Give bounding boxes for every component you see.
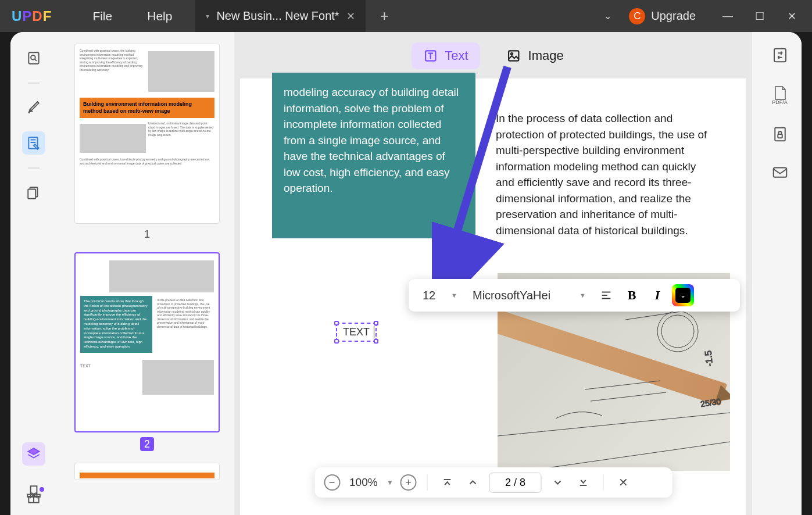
thumbnail-page-3[interactable] bbox=[74, 463, 220, 480]
bold-button[interactable]: B bbox=[621, 284, 643, 306]
svg-rect-11 bbox=[774, 49, 786, 62]
left-toolbar bbox=[10, 32, 57, 515]
bookmark-tool[interactable] bbox=[22, 480, 45, 503]
search-icon bbox=[26, 51, 41, 66]
svg-text:-1.5: -1.5 bbox=[703, 350, 714, 367]
svg-line-19 bbox=[527, 442, 730, 471]
edit-page-icon bbox=[26, 135, 41, 151]
prev-page-button[interactable] bbox=[464, 473, 482, 492]
chevron-down-icon: ▼ bbox=[451, 292, 457, 299]
close-nav-button[interactable]: ✕ bbox=[614, 473, 633, 492]
chevron-up-icon bbox=[467, 477, 479, 488]
teal-text-block[interactable]: modeling accuracy of building detail inf… bbox=[272, 73, 475, 238]
image-mode-icon bbox=[506, 48, 521, 63]
align-button[interactable] bbox=[595, 284, 617, 306]
edit-tool[interactable] bbox=[22, 131, 45, 155]
thumbnail-page-2[interactable]: The practical results show that through … bbox=[74, 252, 220, 432]
resize-handle-tl[interactable] bbox=[334, 321, 339, 326]
chevron-down-icon bbox=[552, 477, 564, 488]
titlebar-right: ⌄ C Upgrade — ☐ ✕ bbox=[604, 8, 812, 24]
page-organize-tool[interactable] bbox=[22, 181, 45, 205]
thumb-num-2: 2 bbox=[140, 437, 154, 451]
tab-title: New Busin... New Font* bbox=[216, 9, 339, 23]
bookmark-icon bbox=[26, 484, 41, 499]
app-menu: File Help bbox=[92, 9, 172, 23]
svg-rect-0 bbox=[28, 52, 38, 64]
thumb-1-title: Building environment information modelin… bbox=[80, 98, 214, 118]
svg-line-18 bbox=[498, 413, 730, 436]
svg-rect-13 bbox=[778, 134, 782, 138]
svg-rect-7 bbox=[28, 189, 35, 199]
close-button[interactable]: ✕ bbox=[786, 10, 797, 23]
app-logo: UPDF bbox=[12, 8, 52, 24]
zoom-out-button[interactable]: − bbox=[324, 474, 340, 491]
zoom-in-button[interactable]: + bbox=[400, 474, 417, 491]
maximize-button[interactable]: ☐ bbox=[754, 10, 766, 23]
next-page-button[interactable] bbox=[549, 473, 567, 492]
svg-point-1 bbox=[31, 55, 35, 60]
tab-close-icon[interactable]: ✕ bbox=[346, 10, 355, 23]
inserted-text-value: TEXT bbox=[343, 326, 370, 338]
pdfa-button[interactable]: PDF/A bbox=[771, 84, 789, 105]
svg-point-17 bbox=[511, 53, 513, 55]
image-mode-button[interactable]: Image bbox=[495, 42, 575, 69]
svg-line-2 bbox=[35, 59, 37, 61]
add-tab-button[interactable]: + bbox=[380, 7, 389, 25]
thumbnail-page-1[interactable]: Combined with practical cases, the build… bbox=[74, 44, 220, 224]
thumb-num-1: 1 bbox=[74, 228, 220, 241]
svg-point-21 bbox=[661, 315, 694, 348]
zoom-value: 100% bbox=[349, 476, 378, 489]
image-mode-label: Image bbox=[528, 48, 564, 63]
convert-icon[interactable] bbox=[771, 47, 789, 64]
tab-caret-icon: ▾ bbox=[206, 12, 209, 20]
bottom-nav-bar: − 100% ▼ + ✕ bbox=[314, 467, 672, 498]
font-size-select[interactable]: 12 ▼ bbox=[417, 285, 463, 306]
svg-rect-14 bbox=[773, 168, 786, 177]
mail-icon[interactable] bbox=[771, 163, 789, 181]
font-toolbar: 12 ▼ MicrosoftYaHei ▼ B I ⌄ bbox=[409, 279, 740, 312]
lock-page-icon[interactable] bbox=[771, 126, 789, 143]
resize-handle-bl[interactable] bbox=[334, 339, 339, 344]
chevron-down-icon: ⌄ bbox=[675, 288, 691, 303]
user-avatar: C bbox=[629, 8, 645, 24]
page-number-input[interactable] bbox=[489, 473, 542, 493]
right-toolbar: PDF/A bbox=[758, 32, 802, 515]
first-page-button[interactable] bbox=[438, 473, 457, 492]
inserted-text-box[interactable]: TEXT bbox=[336, 323, 377, 342]
align-left-icon bbox=[600, 289, 613, 302]
upgrade-button[interactable]: C Upgrade bbox=[629, 8, 696, 24]
last-page-button[interactable] bbox=[574, 473, 593, 492]
document-tab[interactable]: ▾ New Busin... New Font* ✕ bbox=[195, 0, 365, 32]
annotate-tool[interactable] bbox=[22, 96, 45, 120]
svg-point-20 bbox=[657, 311, 698, 352]
first-page-icon bbox=[442, 477, 453, 488]
italic-button[interactable]: I bbox=[646, 284, 668, 306]
svg-line-29 bbox=[591, 392, 666, 401]
layers-tool[interactable] bbox=[22, 442, 45, 466]
font-family-value: MicrosoftYaHei bbox=[473, 289, 550, 302]
font-family-select[interactable]: MicrosoftYaHei ▼ bbox=[467, 285, 592, 306]
last-page-icon bbox=[578, 477, 589, 488]
chevron-down-icon: ▼ bbox=[580, 292, 586, 299]
pages-icon bbox=[26, 185, 41, 201]
svg-line-28 bbox=[585, 381, 660, 389]
resize-handle-br[interactable] bbox=[374, 339, 378, 344]
svg-rect-3 bbox=[28, 137, 37, 149]
zoom-dropdown-icon[interactable]: ▼ bbox=[387, 479, 394, 486]
svg-rect-16 bbox=[509, 51, 518, 60]
thumbnail-panel: Combined with practical cases, the build… bbox=[66, 32, 228, 515]
color-picker-button[interactable]: ⌄ bbox=[672, 284, 694, 306]
text-mode-label: Text bbox=[445, 48, 468, 63]
search-tool[interactable] bbox=[22, 47, 45, 70]
highlighter-icon bbox=[26, 101, 41, 116]
titlebar: UPDF File Help ▾ New Busin... New Font* … bbox=[0, 0, 812, 32]
text-mode-button[interactable]: Text bbox=[411, 42, 480, 69]
document-canvas[interactable]: Text Image modeling accuracy of building… bbox=[234, 32, 752, 515]
tabs-dropdown-icon[interactable]: ⌄ bbox=[604, 10, 611, 22]
body-text-block[interactable]: In the process of data collection and pr… bbox=[496, 110, 711, 238]
svg-text:25/30: 25/30 bbox=[700, 396, 721, 409]
resize-handle-tr[interactable] bbox=[374, 321, 378, 326]
menu-file[interactable]: File bbox=[92, 9, 112, 23]
menu-help[interactable]: Help bbox=[147, 9, 172, 23]
minimize-button[interactable]: — bbox=[722, 10, 734, 23]
